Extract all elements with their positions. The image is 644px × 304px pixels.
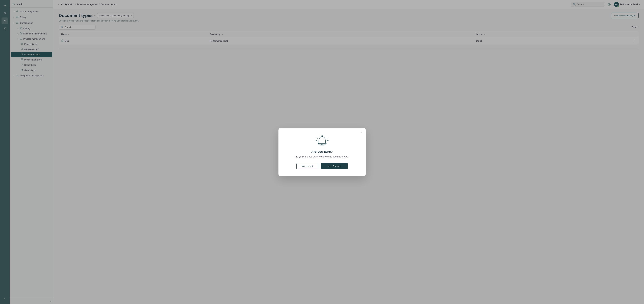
svg-line-33 (327, 138, 328, 139)
confirm-dialog: × Are you (278, 128, 366, 176)
svg-line-31 (316, 138, 318, 139)
dialog-message: Are you sure you want to delete this doc… (286, 155, 358, 158)
cancel-button[interactable]: No, I'm not (296, 163, 318, 169)
dialog-close-button[interactable]: × (361, 130, 363, 134)
confirm-button[interactable]: Yes, I'm sure (321, 163, 348, 169)
dialog-actions: No, I'm not Yes, I'm sure (286, 163, 358, 169)
modal-overlay: × Are you (0, 0, 644, 304)
svg-point-35 (322, 135, 322, 136)
alarm-icon (315, 135, 329, 146)
dialog-title: Are you sure? (286, 150, 358, 154)
dialog-icon-wrap (286, 135, 358, 146)
